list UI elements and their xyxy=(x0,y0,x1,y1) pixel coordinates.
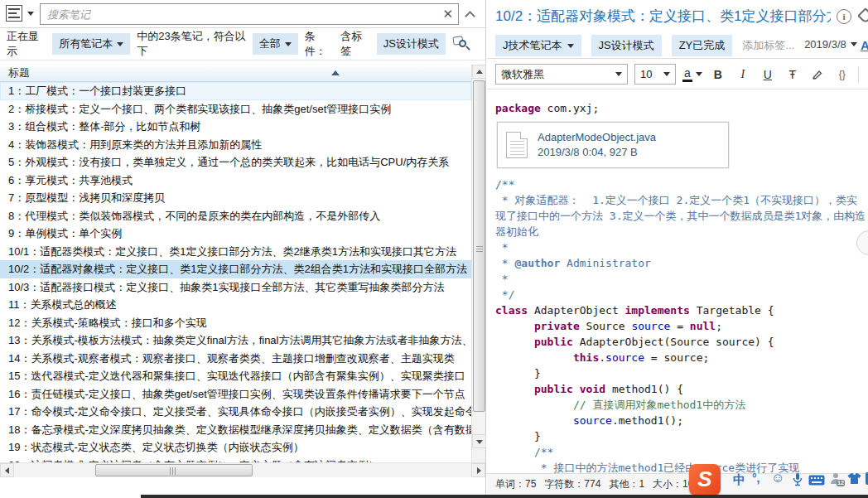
code-line: // 直接调用对象method1中的方法 xyxy=(495,397,868,413)
font-size-select[interactable]: 10 xyxy=(634,64,676,85)
collapse-search-icon[interactable] xyxy=(466,11,475,17)
code-line: public AdapterObject(Source source) { xyxy=(495,334,868,350)
note-date-label: 2019/3/8 xyxy=(804,38,846,51)
scope-filter-dropdown[interactable]: 全部 xyxy=(253,33,298,55)
ime-punctuation-icon[interactable]: °, xyxy=(752,471,760,485)
font-color-button[interactable]: a xyxy=(682,65,702,85)
attachment-filename: AdapterModeObject.java xyxy=(538,130,656,145)
title-column-label: 标题 xyxy=(8,66,30,79)
ime-skin-icon[interactable] xyxy=(847,472,861,488)
tag-filter-chip[interactable]: JS设计模式 xyxy=(377,33,446,55)
note-list-row[interactable]: 14：关系模式-观察者模式：观察者接口、观察者类类、主题接口增删查改观察者、主题… xyxy=(0,350,471,368)
code-line: } xyxy=(495,428,868,444)
code-line: */ xyxy=(495,287,868,302)
list-view-icon xyxy=(6,5,22,22)
chevron-down-icon xyxy=(696,72,702,76)
note-list-row[interactable]: 10/2：适配器对象模式：定义接口、类1定义接口部分方法、类2组合类1方法和实现… xyxy=(0,260,471,278)
chevron-down-icon xyxy=(27,12,34,16)
note-date-dropdown[interactable]: 2019/3/8 xyxy=(804,35,857,54)
scroll-right-button[interactable] xyxy=(471,463,485,477)
scroll-down-button[interactable] xyxy=(472,434,486,448)
code-line: private Source source = null; xyxy=(495,318,868,334)
chevron-down-icon xyxy=(117,42,123,46)
tag-chip-design-pattern[interactable]: JS设计模式 xyxy=(591,35,662,56)
vertical-scrollbar[interactable] xyxy=(471,65,485,462)
ime-microphone-icon[interactable] xyxy=(792,472,803,490)
note-list-row[interactable]: 10/3：适配器接口模式：定义接口、抽象类1实现接口全部方法、其它类重写抽象类部… xyxy=(0,278,471,297)
note-list-panel: ✕ 正在显示 所有笔记本 中的23条笔记，符合以下 全部 条件： 含标签 JS设… xyxy=(0,0,486,498)
note-list-row[interactable]: 13：关系模式-模板方法模式：抽象类定义final方法，final方法调用其它抽… xyxy=(0,331,471,350)
scroll-left-button[interactable] xyxy=(0,463,14,477)
ime-account-icon[interactable]: 12 xyxy=(830,472,842,488)
strikethrough-button[interactable]: Ŧ xyxy=(784,65,802,85)
note-list-row[interactable]: 8：代理模式：类似装饰器模式，不同的是原来的类在内部构造，不是外部传入 xyxy=(0,207,471,225)
tag-chip-done[interactable]: ZY已完成 xyxy=(672,35,733,56)
note-info-icon[interactable]: i xyxy=(837,9,851,24)
note-list-row[interactable]: 4：装饰器模式：用到原来类的方法并且添加新的属性 xyxy=(0,136,471,154)
note-title-row: 10/2：适配器对象模式：定义接口、类1定义接口部分方法、类2组合类1方法和实现… xyxy=(487,7,868,30)
note-editor-panel: 10/2：适配器对象模式：定义接口、类1定义接口部分方法、类2组合类1方法和实现… xyxy=(487,0,868,498)
filter-bar: 正在显示 所有笔记本 中的23条笔记，符合以下 全部 条件： 含标签 JS设计模… xyxy=(0,28,485,60)
font-family-select[interactable]: 微软雅黑 xyxy=(495,64,628,85)
bold-button[interactable]: B xyxy=(709,65,727,85)
code-line: /** xyxy=(495,176,868,192)
highlighter-pen-icon[interactable] xyxy=(808,65,827,85)
horizontal-scrollbar-thumb[interactable] xyxy=(95,464,253,476)
code-block-button[interactable]: {} xyxy=(833,65,851,85)
note-list-row[interactable]: 7：原型模型：浅拷贝和深度拷贝 xyxy=(0,189,471,207)
ime-keyboard-icon[interactable] xyxy=(808,474,825,489)
underline-button[interactable]: U xyxy=(759,65,777,85)
notebook-filter-label: 所有笔记本 xyxy=(59,36,113,51)
note-list-row[interactable]: 19：状态模式-定义状态类、定义状态切换类（内嵌状态实例） xyxy=(0,438,471,457)
view-toggle-button[interactable] xyxy=(6,5,36,23)
note-list-row[interactable]: 6：享元模式：共享池模式 xyxy=(0,172,471,190)
sort-ascending-icon xyxy=(331,70,340,75)
note-list-row[interactable]: 9：单例模式：单个实例 xyxy=(0,225,471,243)
search-box: ✕ xyxy=(40,3,459,25)
filter-prefix-label: 正在显示 xyxy=(7,29,46,59)
note-content-editor[interactable]: package com.yxj; AdapterModeObject.java … xyxy=(487,90,868,473)
code-line: * 对象适配器： 1.定义一个接口 2.定义一个类1（不实现接口），类实现了接口… xyxy=(495,192,868,239)
italic-button[interactable]: I xyxy=(734,65,752,85)
clear-search-icon[interactable]: ✕ xyxy=(442,7,453,22)
tag-corner-icon[interactable] xyxy=(857,7,868,24)
sogou-logo-icon[interactable]: S xyxy=(689,464,721,496)
code-line: package com.yxj; xyxy=(495,100,868,116)
scope-filter-label: 全部 xyxy=(259,36,281,51)
note-list-row[interactable]: 12：关系模式-策略模式：接口和多个实现 xyxy=(0,314,471,332)
note-list-row[interactable]: 5：外观模式：没有接口，类单独定义，通过一个总的类关联起来，比如电话与CPU/内… xyxy=(0,153,471,172)
ime-emoji-icon[interactable]: ☺ xyxy=(771,471,784,486)
ime-days-badge: 12 xyxy=(837,480,845,486)
format-toolbar: 微软雅黑 10 a B I U Ŧ {} xyxy=(487,60,868,89)
note-list-row[interactable]: 10/1：适配器类模式：定义接口、类1定义接口部分方法、类2继承类1方法和实现接… xyxy=(0,243,471,261)
search-input[interactable] xyxy=(47,5,428,23)
note-list-row[interactable]: 2：桥接模式：定义一个接口、两个类都实现该接口、抽象类get/set管理接口实例 xyxy=(0,100,471,118)
attribute-partial-icon[interactable]: A xyxy=(861,38,868,52)
horizontal-scrollbar[interactable] xyxy=(0,462,485,477)
vertical-scrollbar-thumb[interactable] xyxy=(473,80,485,412)
file-icon xyxy=(506,132,528,158)
note-list-row[interactable]: 15：迭代器模式-定义迭代器和聚集接口、实现迭代器接口（内部含有聚集实例）、实现… xyxy=(0,367,471,385)
note-list-row[interactable]: 17：命令模式-定义命令接口、定义接受者、实现具体命令接口（内嵌接受者实例）、实… xyxy=(0,403,471,421)
note-list-row[interactable]: 3：组合模式：整体-部分，比如节点和树 xyxy=(0,118,471,136)
add-tag-button[interactable]: 添加标签... xyxy=(742,35,794,56)
scroll-up-button[interactable] xyxy=(472,65,486,79)
note-list-row[interactable]: 11：关系模式总的概述 xyxy=(0,296,471,314)
filter-middle-label: 中的23条笔记，符合以下 xyxy=(137,29,245,59)
ime-chinese-mode-icon[interactable]: 中 xyxy=(733,472,745,488)
note-list-row[interactable]: 1：工厂模式：一个接口封装更多接口 xyxy=(0,82,471,100)
list-column-header[interactable]: 标题 xyxy=(0,65,471,82)
taskbar-edge xyxy=(141,495,868,498)
note-list-row[interactable]: 16：责任链模式-定义接口、抽象类get/set管理接口实例、实现类设置条件传播… xyxy=(0,385,471,404)
note-list-row[interactable]: 20：访问者模式-定义访问者（含有主题实例）、定义主题（含有访问者实例） xyxy=(0,457,471,463)
note-title[interactable]: 10/2：适配器对象模式：定义接口、类1定义接口部分方法、类2组合类1方法和实现… xyxy=(495,7,831,28)
tag-search-icon[interactable] xyxy=(452,35,469,53)
notebook-dropdown[interactable]: J技术笔记本 xyxy=(495,35,581,56)
notebook-filter-dropdown[interactable]: 所有笔记本 xyxy=(52,33,130,55)
code-line: this.source = source; xyxy=(495,350,868,365)
code-line: * xyxy=(495,271,868,287)
chevron-down-icon xyxy=(851,42,857,46)
note-list-row[interactable]: 18：备忘录模式-定义深度拷贝抽象类、定义数据模型继承深度拷贝抽象类、定义数据类… xyxy=(0,421,471,439)
attachment-card[interactable]: AdapterModeObject.java 2019/3/8 0:04, 92… xyxy=(497,122,729,168)
code-line: * xyxy=(495,239,868,255)
